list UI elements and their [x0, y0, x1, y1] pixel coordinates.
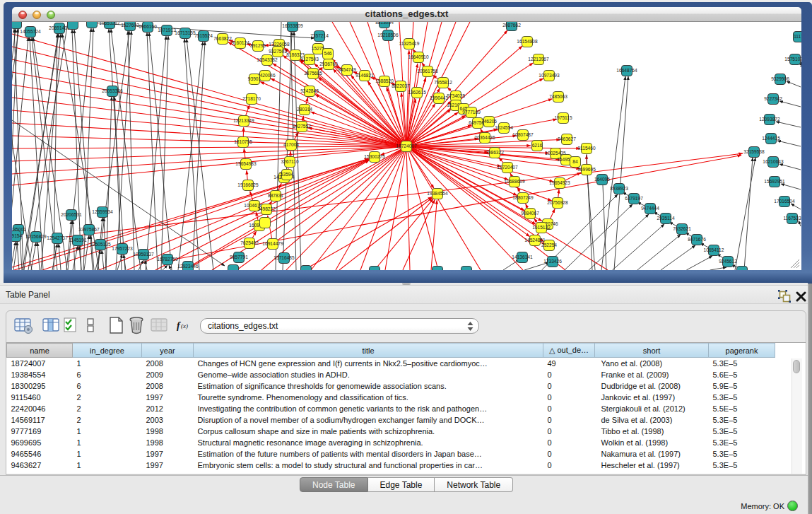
svg-text:9146821: 9146821 — [355, 73, 374, 78]
svg-text:18720407: 18720407 — [497, 165, 518, 170]
svg-text:9327503: 9327503 — [269, 49, 287, 54]
svg-text:1362615: 1362615 — [408, 90, 426, 95]
svg-text:9084067: 9084067 — [521, 211, 539, 216]
svg-text:12942737: 12942737 — [47, 235, 68, 240]
svg-text:1615132: 1615132 — [532, 225, 551, 230]
svg-text:93901: 93901 — [248, 76, 261, 81]
svg-text:6966160: 6966160 — [139, 24, 157, 29]
svg-text:1071913: 1071913 — [158, 28, 176, 33]
svg-text:891295: 891295 — [250, 43, 266, 48]
svg-text:8938923: 8938923 — [610, 186, 628, 191]
svg-text:16543382: 16543382 — [257, 57, 278, 62]
svg-text:20756928: 20756928 — [547, 200, 568, 205]
svg-text:15300275: 15300275 — [364, 154, 385, 159]
svg-text:11325419: 11325419 — [399, 41, 420, 46]
svg-text:10958137: 10958137 — [133, 252, 154, 257]
svg-text:16914479: 16914479 — [262, 241, 283, 246]
svg-text:18807249: 18807249 — [512, 195, 534, 200]
svg-text:15751074: 15751074 — [784, 57, 801, 62]
svg-text:9463627: 9463627 — [558, 136, 576, 141]
svg-text:12156829: 12156829 — [25, 234, 47, 239]
svg-text:7515524: 7515524 — [194, 33, 213, 38]
svg-text:19384554: 19384554 — [427, 191, 448, 196]
svg-text:18724007: 18724007 — [396, 144, 417, 148]
svg-text:546: 546 — [324, 51, 331, 56]
svg-text:7955812: 7955812 — [434, 80, 452, 85]
svg-text:1527602: 1527602 — [121, 23, 139, 28]
svg-text:887831: 887831 — [268, 193, 283, 198]
svg-text:2718170: 2718170 — [242, 96, 261, 101]
svg-text:10961758: 10961758 — [417, 69, 438, 74]
svg-text:8471676: 8471676 — [688, 237, 706, 242]
svg-text:8813054: 8813054 — [375, 22, 394, 25]
svg-text:1588520: 1588520 — [375, 78, 394, 83]
svg-text:9734028: 9734028 — [447, 93, 465, 98]
svg-text:12093872: 12093872 — [759, 117, 780, 122]
svg-text:1810755: 1810755 — [234, 139, 252, 144]
svg-text:3498222: 3498222 — [257, 206, 276, 211]
svg-text:1990443: 1990443 — [430, 95, 448, 100]
svg-text:10807487: 10807487 — [512, 132, 534, 137]
svg-text:19654983: 19654983 — [235, 161, 257, 166]
svg-text:7663822: 7663822 — [213, 36, 232, 41]
svg-text:6216: 6216 — [532, 143, 543, 148]
svg-text:280314: 280314 — [297, 107, 312, 112]
svg-text:20206531: 20206531 — [61, 212, 82, 217]
svg-text:252254: 252254 — [541, 243, 557, 247]
svg-text:9699695: 9699695 — [577, 167, 596, 172]
svg-text:1117: 1117 — [794, 34, 801, 39]
svg-text:1975115: 1975115 — [554, 115, 572, 120]
svg-text:14524851: 14524851 — [524, 238, 546, 243]
svg-text:9857791: 9857791 — [230, 255, 248, 259]
svg-text:8822037: 8822037 — [392, 83, 410, 88]
svg-text:9227342: 9227342 — [764, 96, 782, 101]
svg-text:9777169: 9777169 — [462, 110, 481, 115]
svg-text:15716485: 15716485 — [273, 255, 295, 260]
svg-text:7357214: 7357214 — [310, 33, 329, 38]
svg-text:20691406: 20691406 — [49, 25, 70, 30]
svg-text:12213967: 12213967 — [528, 57, 549, 62]
svg-text:12923446: 12923446 — [177, 264, 199, 269]
svg-text:9329906: 9329906 — [771, 76, 789, 81]
svg-text:7485063: 7485063 — [549, 94, 567, 99]
svg-text:10688609: 10688609 — [504, 179, 525, 184]
svg-text:16154808: 16154808 — [517, 39, 538, 44]
svg-text:53594: 53594 — [281, 172, 294, 177]
svg-text:14055724: 14055724 — [20, 29, 41, 34]
svg-text:12505135: 12505135 — [90, 242, 111, 247]
svg-text:17957223: 17957223 — [112, 246, 133, 251]
svg-text:1167533: 1167533 — [783, 216, 801, 221]
svg-text:3875685: 3875685 — [304, 71, 322, 76]
svg-text:7986322: 7986322 — [486, 150, 504, 155]
svg-text:10654112: 10654112 — [704, 247, 724, 252]
svg-text:10653287: 10653287 — [99, 22, 120, 25]
svg-text:9245612: 9245612 — [719, 259, 737, 264]
svg-text:16782759: 16782759 — [157, 257, 178, 262]
svg-text:20364436: 20364436 — [474, 135, 495, 140]
svg-text:8454749: 8454749 — [338, 67, 356, 72]
svg-text:2935114: 2935114 — [657, 216, 675, 221]
svg-text:6379197: 6379197 — [625, 196, 643, 201]
svg-text:16640910: 16640910 — [408, 54, 429, 59]
svg-text:10973493: 10973493 — [539, 73, 560, 78]
svg-text:9242848: 9242848 — [300, 88, 319, 93]
svg-text:9127503: 9127503 — [300, 57, 319, 62]
svg-text:33975867: 33975867 — [78, 227, 100, 232]
svg-text:12359934: 12359934 — [92, 209, 113, 214]
svg-text:16648764: 16648764 — [616, 68, 637, 73]
svg-text:746206: 746206 — [481, 119, 497, 124]
svg-text:17016504: 17016504 — [774, 199, 795, 204]
svg-text:9160124: 9160124 — [231, 40, 249, 45]
svg-text:84: 84 — [572, 159, 578, 164]
svg-text:(x): (x) — [181, 322, 188, 329]
svg-text:32159538: 32159538 — [743, 149, 765, 154]
svg-text:9474444: 9474444 — [641, 206, 659, 211]
svg-text:1024554: 1024554 — [495, 125, 513, 130]
svg-text:417004: 417004 — [283, 142, 299, 147]
svg-text:8427552: 8427552 — [293, 124, 311, 129]
svg-text:19166825: 19166825 — [237, 182, 259, 187]
svg-text:19218506: 19218506 — [377, 33, 399, 37]
svg-text:1244415: 1244415 — [762, 136, 780, 141]
svg-text:2087662: 2087662 — [502, 23, 521, 28]
svg-text:7625402: 7625402 — [240, 240, 259, 245]
